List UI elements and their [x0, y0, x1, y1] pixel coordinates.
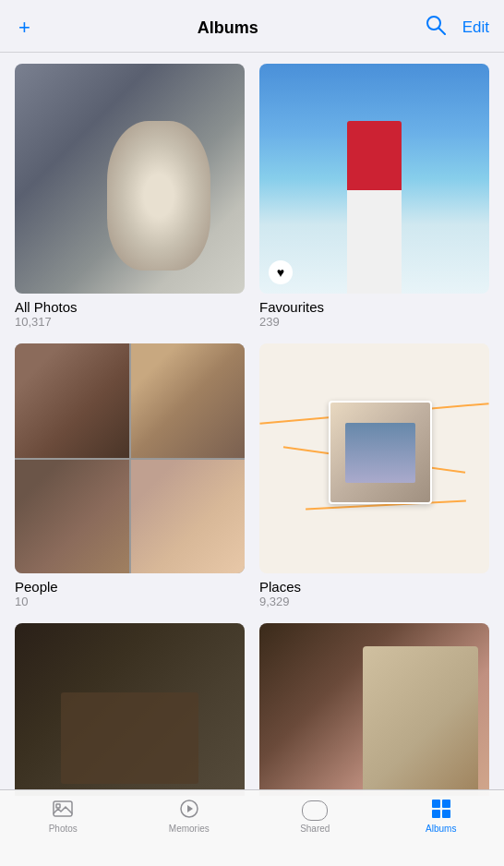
album-thumbnail-recent-videos	[15, 623, 245, 796]
svg-rect-3	[56, 804, 60, 808]
album-item-all-photos[interactable]: All Photos 10,317	[15, 64, 245, 329]
tab-label-shared: Shared	[300, 824, 330, 834]
album-label-people: People 10	[15, 579, 245, 608]
album-thumbnail-favourites: ♥	[259, 64, 489, 294]
search-icon	[426, 15, 446, 35]
tab-item-albums[interactable]: Albums	[378, 798, 505, 834]
album-item-family[interactable]: Family	[259, 623, 489, 796]
page-title: Albums	[198, 18, 258, 38]
shared-icon	[302, 798, 328, 820]
photos-icon	[50, 798, 76, 820]
album-label-places: Places 9,329	[259, 579, 489, 608]
svg-line-1	[438, 29, 445, 35]
main-content: All Photos 10,317 ♥ Favourites 239 P	[0, 53, 504, 796]
svg-rect-9	[442, 810, 450, 818]
album-grid: All Photos 10,317 ♥ Favourites 239 P	[15, 64, 489, 796]
album-item-places[interactable]: Places 9,329	[259, 343, 489, 608]
albums-icon	[428, 798, 454, 820]
map-photo-overlay	[329, 401, 432, 504]
album-label-favourites: Favourites 239	[259, 299, 489, 329]
people-cell-1	[15, 343, 129, 458]
add-button[interactable]: +	[15, 12, 34, 43]
album-item-favourites[interactable]: ♥ Favourites 239	[259, 64, 489, 329]
tab-label-albums: Albums	[426, 824, 456, 834]
album-item-people[interactable]: People 10	[15, 343, 245, 608]
svg-rect-6	[432, 800, 440, 808]
album-item-recent-videos[interactable]: Recent Videos	[15, 623, 245, 796]
album-thumbnail-family	[259, 623, 489, 796]
header: + Albums Edit	[0, 0, 504, 53]
search-button[interactable]	[422, 11, 450, 44]
album-thumbnail-all-photos	[15, 64, 245, 294]
tab-item-memories[interactable]: Memories	[126, 798, 253, 834]
heart-icon: ♥	[269, 260, 293, 284]
tab-label-photos: Photos	[49, 824, 78, 834]
svg-rect-8	[432, 810, 440, 818]
people-cell-3	[15, 460, 129, 574]
memories-icon	[176, 798, 202, 820]
album-thumbnail-people	[15, 343, 245, 573]
tab-label-memories: Memories	[169, 824, 210, 834]
tab-item-shared[interactable]: Shared	[252, 798, 378, 834]
svg-marker-5	[187, 805, 193, 812]
tab-bar: Photos Memories Shared Albums	[0, 789, 504, 866]
album-label-all-photos: All Photos 10,317	[15, 299, 245, 329]
people-cell-2	[131, 343, 246, 458]
album-thumbnail-places	[259, 343, 489, 573]
people-cell-4	[131, 460, 246, 574]
tab-item-photos[interactable]: Photos	[0, 798, 126, 834]
edit-button[interactable]: Edit	[462, 18, 489, 37]
svg-rect-7	[442, 800, 450, 808]
